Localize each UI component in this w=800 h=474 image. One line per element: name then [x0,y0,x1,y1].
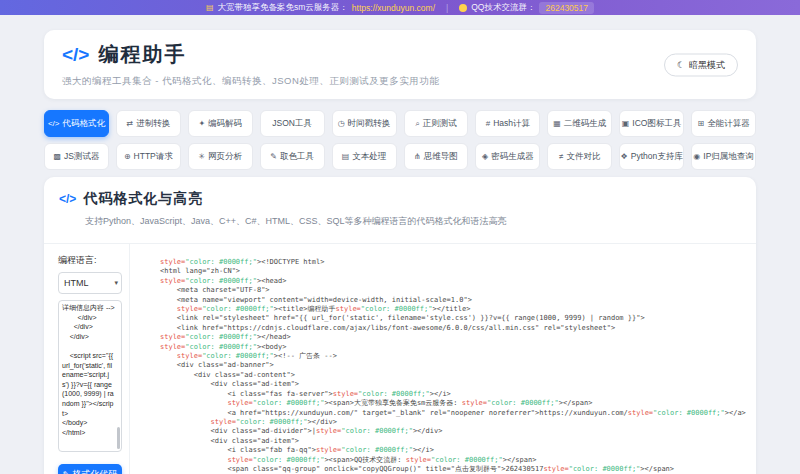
code-line: <span class="qq-group" onclick="copyQQGr… [160,465,748,474]
code-line: style="color: #0000ff;"><body> [160,343,748,352]
tab-qrcode-gen[interactable]: ▦二维码生成 [547,110,612,137]
tool-nav: </>代码格式化⇄进制转换✦编码解码JSON工具◷时间戳转换⌕正则测试#Hash… [44,110,756,170]
tab-http-request[interactable]: ⊕HTTP请求 [116,143,181,170]
code-line: style="color: #0000ff;"><!-- 广告条 --> [160,352,748,361]
tab-color-picker[interactable]: ✎取色工具 [260,143,325,170]
tab-hash-calc[interactable]: #Hash计算 [475,110,540,137]
moon-icon: ☾ [677,60,685,70]
tab-code-format[interactable]: </>代码格式化 [44,110,109,137]
code-line: <div class="ad-divider">|style="color: #… [160,427,748,436]
tab-regex-test[interactable]: ⌕正则测试 [404,110,469,137]
section-subtitle: 支持Python、JavaScript、Java、C++、C#、HTML、CSS… [85,215,740,228]
tab-label: JS测试器 [64,151,99,163]
tab-label: 全能计算器 [707,118,750,130]
tab-timestamp-convert[interactable]: ◷时间戳转换 [332,110,397,137]
code-line: <div class="ad-content"> [160,371,748,380]
tab-python-libs[interactable]: ❖Python支持库 [619,143,684,170]
code-format-panel: </> 代码格式化与高亮 支持Python、JavaScript、Java、C+… [44,177,756,474]
tab-ip-lookup[interactable]: ◉IP归属地查询 [691,143,756,170]
tab-label: 时间戳转换 [348,118,391,130]
regex-test-icon: ⌕ [415,119,419,129]
page-subtitle: 强大的编程工具集合 - 代码格式化、编码转换、JSON处理、正则测试及更多实用功… [62,75,738,88]
qq-group-label: QQ技术交流群： [471,2,535,14]
tab-label: 密码生成器 [491,151,534,163]
hash-calc-icon: # [486,119,490,128]
tab-js-tester[interactable]: ▩JS测试器 [44,143,109,170]
tab-password-gen[interactable]: ◈密码生成器 [475,143,540,170]
editor-content: 编程语言: HTML ▾ 详细信息内容 --> </div> </div> </… [44,243,756,474]
mind-map-icon: ⋔ [414,152,421,161]
tab-label: 正则测试 [423,118,457,130]
code-line: <div class="ad-item"> [160,380,748,389]
brand: </> 编程助手 [62,41,738,68]
tab-label: 文件对比 [566,151,600,163]
format-button-label: 格式化代码 [72,468,117,474]
source-code-input[interactable]: 详细信息内容 --> </div> </div> </div> <script … [58,300,122,452]
code-line: <meta name="viewport" content="width=dev… [160,296,748,305]
base-convert-icon: ⇄ [126,119,133,128]
pencil-icon: ✎ [63,470,70,474]
code-line: style="color: #0000ff;"><head> [160,277,748,286]
editor-sidebar: 编程语言: HTML ▾ 详细信息内容 --> </div> </div> </… [44,244,129,474]
tab-label: 代码格式化 [62,118,105,130]
tab-web-analyze[interactable]: ✳网页分析 [188,143,253,170]
code-line: style="color: #0000ff;"><title>编程助手style… [160,305,748,314]
tool-nav-row: </>代码格式化⇄进制转换✦编码解码JSON工具◷时间戳转换⌕正则测试#Hash… [44,110,756,137]
http-request-icon: ⊕ [124,152,131,161]
code-line: <link rel="stylesheet" href="{{ url_for(… [160,314,748,323]
tab-label: 网页分析 [208,151,242,163]
topbar-separator: | [446,3,448,13]
tab-label: ICO图标工具 [632,118,681,130]
code-line: style="color: #0000ff;"><span>大宽带独享免备案免s… [160,399,748,408]
tab-label: Hash计算 [493,118,530,130]
qq-icon [459,4,467,12]
code-section-icon: </> [59,192,76,206]
tab-base-convert[interactable]: ⇄进制转换 [116,110,181,137]
server-icon: ▤ [206,3,214,12]
app-header: </> 编程助手 强大的编程工具集合 - 代码格式化、编码转换、JSON处理、正… [44,30,756,99]
code-line: <div class="ad-banner"> [160,361,748,370]
page-title: 编程助手 [98,41,186,68]
tab-mind-map[interactable]: ⋔思维导图 [404,143,469,170]
tab-label: 思维导图 [424,151,458,163]
tab-calculator[interactable]: ⊞全能计算器 [691,110,756,137]
password-gen-icon: ◈ [482,152,488,161]
tab-label: IP归属地查询 [703,151,754,163]
code-line: style="color: #0000ff;"><!DOCTYPE html> [160,258,748,267]
tab-label: 取色工具 [280,151,314,163]
code-format-icon: </> [48,119,60,128]
tool-nav-row: ▩JS测试器⊕HTTP请求✳网页分析✎取色工具▤文本处理⋔思维导图◈密码生成器≠… [44,143,756,170]
code-line: <i class="fas fa-server">style="color: #… [160,390,748,399]
code-line: <meta charset="UTF-8"> [160,286,748,295]
tab-file-diff[interactable]: ≠文件对比 [547,143,612,170]
textarea-scrollbar[interactable] [117,427,120,449]
dark-mode-button[interactable]: ☾ 暗黑模式 [664,53,738,76]
promo-link[interactable]: https://xunduyun.com/ [352,3,435,13]
tab-ico-tools[interactable]: ▣ICO图标工具 [619,110,684,137]
tab-json-tools[interactable]: JSON工具 [260,110,325,137]
tab-label: JSON工具 [272,118,312,130]
python-libs-icon: ❖ [621,152,628,161]
code-line: <link href="https://cdnjs.cloudflare.com… [160,324,748,333]
tab-encode-decode[interactable]: ✦编码解码 [188,110,253,137]
tab-text-process[interactable]: ▤文本处理 [332,143,397,170]
ip-lookup-icon: ◉ [693,152,700,161]
file-diff-icon: ≠ [559,152,563,161]
js-tester-icon: ▩ [53,152,61,161]
promo-topbar: ▤ 大宽带独享免备案免sm云服务器： https://xunduyun.com/… [0,0,800,15]
language-select[interactable]: HTML [58,272,122,294]
tab-label: HTTP请求 [134,151,173,163]
code-line: <html lang="zh-CN"> [160,267,748,276]
tab-label: 编码解码 [208,118,242,130]
section-title: 代码格式化与高亮 [83,190,203,208]
dark-mode-label: 暗黑模式 [689,58,725,71]
code-line: style="color: #0000ff;"></div> [160,418,748,427]
timestamp-convert-icon: ◷ [338,119,345,128]
qq-group-number[interactable]: 262430517 [539,2,594,14]
code-line: style="color: #0000ff;"><span>QQ技术交流群: s… [160,456,748,465]
format-code-button[interactable]: ✎ 格式化代码 [58,464,122,474]
code-line: <i class="fab fa-qq">style="color: #0000… [160,446,748,455]
tab-label: 文本处理 [352,151,386,163]
text-process-icon: ▤ [342,152,350,161]
tab-label: 二维码生成 [564,118,607,130]
